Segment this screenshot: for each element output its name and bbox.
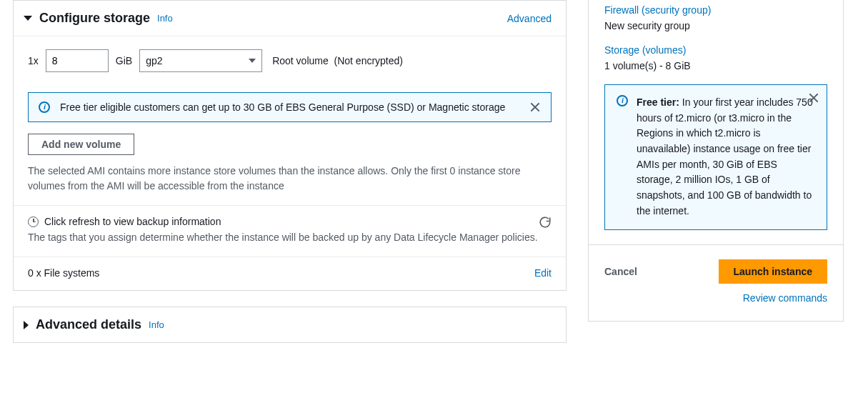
advanced-details-panel: Advanced details Info <box>13 307 567 343</box>
caret-right-icon[interactable] <box>24 321 29 329</box>
refresh-icon[interactable] <box>539 216 552 229</box>
refresh-backup-title: Click refresh to view backup information <box>44 216 221 227</box>
info-icon <box>617 95 628 106</box>
root-volume-row: 1x GiB gp2 Root volume (Not encrypted) <box>28 49 552 72</box>
configure-storage-panel: Configure storage Info Advanced 1x GiB g… <box>13 0 567 291</box>
file-systems-edit-link[interactable]: Edit <box>534 267 552 279</box>
storage-advanced-link[interactable]: Advanced <box>507 13 552 24</box>
cancel-button[interactable]: Cancel <box>604 262 637 282</box>
chevron-down-icon <box>249 59 256 63</box>
free-tier-inline-alert: Free tier eligible customers can get up … <box>28 92 552 122</box>
volume-multiplier: 1x <box>28 55 39 66</box>
advanced-details-header[interactable]: Advanced details Info <box>14 307 566 342</box>
volume-type-select[interactable]: gp2 <box>139 49 262 72</box>
volume-unit: GiB <box>116 55 132 66</box>
add-volume-button[interactable]: Add new volume <box>28 134 134 155</box>
summary-panel: Firewall (security group) New security g… <box>588 0 844 245</box>
volume-type-value: gp2 <box>146 55 162 66</box>
advanced-details-info-link[interactable]: Info <box>149 319 164 330</box>
caret-down-icon[interactable] <box>24 16 32 21</box>
root-volume-label: Root volume (Not encrypted) <box>272 55 403 66</box>
info-icon <box>39 101 50 113</box>
summary-firewall-link[interactable]: Firewall (security group) <box>604 4 827 16</box>
close-icon[interactable] <box>808 92 819 104</box>
free-tier-summary-alert: Free tier: In your first year includes 7… <box>604 84 827 230</box>
ami-store-note: The selected AMI contains more instance … <box>28 164 552 194</box>
clock-icon <box>28 217 39 227</box>
advanced-details-title: Advanced details <box>36 317 141 332</box>
summary-storage-link[interactable]: Storage (volumes) <box>604 44 827 56</box>
configure-storage-header: Configure storage Info Advanced <box>14 1 566 36</box>
storage-info-link[interactable]: Info <box>157 13 173 24</box>
close-icon[interactable] <box>529 101 541 113</box>
backup-note: The tags that you assign determine wheth… <box>28 230 539 245</box>
summary-actions: Cancel Launch instance Review commands <box>588 245 844 322</box>
free-tier-inline-text: Free tier eligible customers can get up … <box>60 101 519 113</box>
configure-storage-title: Configure storage <box>39 11 150 26</box>
free-tier-summary-text: Free tier: In your first year includes 7… <box>637 95 815 219</box>
launch-instance-button[interactable]: Launch instance <box>719 259 827 284</box>
file-systems-count: 0 x File systems <box>28 267 99 279</box>
review-commands-link[interactable]: Review commands <box>604 292 827 304</box>
volume-size-input[interactable] <box>46 49 109 72</box>
summary-storage-value: 1 volume(s) - 8 GiB <box>604 60 827 71</box>
summary-firewall-value: New security group <box>604 20 827 31</box>
